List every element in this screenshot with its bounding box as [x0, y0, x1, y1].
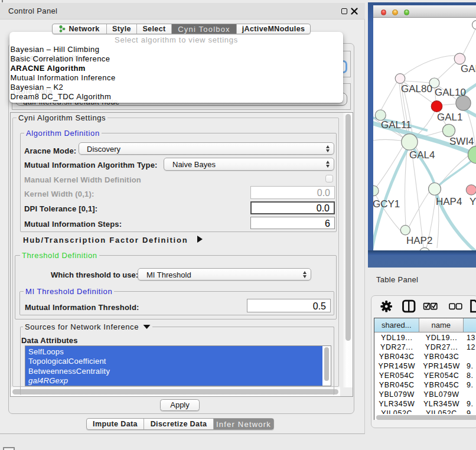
svg-text:GAL80: GAL80 — [401, 83, 432, 94]
svg-text:GAL7: GAL7 — [461, 63, 476, 74]
svg-text:GAL11: GAL11 — [381, 119, 412, 131]
svg-text:GAL10: GAL10 — [435, 87, 466, 98]
svg-text:YJ: YJ — [470, 196, 476, 207]
svg-text:GAL1: GAL1 — [437, 112, 462, 123]
svg-text:GCY1: GCY1 — [373, 198, 400, 210]
svg-text:HAP4: HAP4 — [436, 196, 462, 207]
svg-text:SWI4: SWI4 — [449, 136, 474, 147]
svg-text:HAP2: HAP2 — [406, 235, 432, 246]
svg-text:GAL4: GAL4 — [409, 149, 435, 161]
